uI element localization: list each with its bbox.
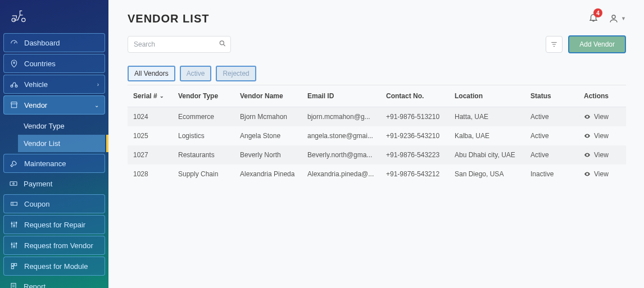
gauge-icon — [10, 38, 19, 47]
doc-icon — [9, 282, 18, 288]
cell-email: Alexandria.pineda@... — [307, 170, 386, 178]
sidebar-item-maintenance[interactable]: Maintenance — [3, 154, 105, 173]
cell-type: Restaurants — [178, 151, 240, 159]
caret-down-icon: ▼ — [621, 16, 626, 21]
col-location: Location — [455, 92, 530, 100]
svg-rect-13 — [11, 263, 13, 266]
sidebar-item-request-module[interactable]: Request for Module — [3, 257, 105, 276]
chevron-right-icon: › — [97, 81, 99, 88]
cell-serial: 1027 — [133, 151, 178, 159]
sidebar-item-report[interactable]: Report — [3, 277, 105, 288]
logo — [0, 0, 108, 31]
cell-email: Beverly.north@gma... — [307, 151, 386, 159]
sliders-icon — [10, 241, 19, 250]
cell-name: Bjorn Mcmahon — [240, 113, 307, 121]
cell-serial: 1028 — [133, 170, 178, 178]
svg-rect-16 — [11, 284, 16, 288]
svg-rect-15 — [11, 267, 13, 269]
search-input[interactable] — [128, 36, 231, 53]
sidebar-item-label: Vehicle — [24, 80, 48, 89]
sidebar-sub-vendor-type[interactable]: Vendor Type — [18, 117, 105, 135]
sidebar: Dashboard Countries Vehicle › Vendor ⌄ V… — [0, 0, 108, 288]
sidebar-item-vendor[interactable]: Vendor ⌄ — [3, 95, 105, 115]
store-icon — [10, 100, 19, 109]
cell-serial: 1024 — [133, 113, 178, 121]
sidebar-item-label: Dashboard — [24, 39, 60, 47]
cell-contact: +91-9236-543210 — [386, 132, 455, 140]
notification-badge: 4 — [593, 8, 602, 17]
user-menu[interactable]: ▼ — [609, 13, 626, 24]
cell-contact: +91-9876-543212 — [386, 170, 455, 178]
sidebar-item-coupon[interactable]: Coupon — [3, 194, 105, 213]
svg-point-6 — [13, 183, 15, 185]
tab-all-vendors[interactable]: All Vendors — [128, 66, 175, 81]
svg-point-18 — [220, 41, 224, 45]
view-button[interactable]: View — [584, 113, 620, 121]
sidebar-nav: Dashboard Countries Vehicle › Vendor ⌄ V… — [0, 31, 108, 288]
svg-point-17 — [612, 15, 615, 19]
sidebar-item-label: Coupon — [24, 200, 50, 208]
wrench-icon — [10, 159, 19, 168]
col-status: Status — [530, 92, 584, 100]
bike-icon — [10, 80, 19, 89]
eye-icon — [584, 171, 591, 177]
add-vendor-button[interactable]: Add Vendor — [568, 35, 626, 53]
eye-icon — [584, 152, 591, 158]
view-button[interactable]: View — [584, 132, 620, 140]
pin-icon — [10, 59, 19, 68]
search-icon — [219, 40, 226, 49]
table-row: 1028 Supply Chain Alexandria Pineda Alex… — [128, 164, 626, 184]
view-button[interactable]: View — [584, 170, 620, 178]
view-button[interactable]: View — [584, 151, 620, 159]
tab-rejected[interactable]: Rejected — [216, 66, 256, 81]
table-row: 1024 Ecommerce Bjorn Mcmahon bjorn.mcmah… — [128, 107, 626, 126]
table-row: 1027 Restaurants Beverly North Beverly.n… — [128, 145, 626, 164]
page-title: VENDOR LIST — [128, 12, 209, 25]
cell-status: Active — [530, 132, 584, 140]
sidebar-item-countries[interactable]: Countries — [3, 54, 105, 73]
search-wrap — [128, 36, 231, 53]
sidebar-item-dashboard[interactable]: Dashboard — [3, 33, 105, 52]
cell-serial: 1025 — [133, 132, 178, 140]
main-content: VENDOR LIST 4 ▼ — [108, 0, 644, 288]
eye-icon — [584, 113, 591, 120]
sidebar-item-label: Report — [24, 282, 46, 289]
topbar: VENDOR LIST 4 ▼ — [128, 12, 626, 25]
cash-icon — [9, 179, 18, 188]
cell-type: Logistics — [178, 132, 240, 140]
sliders-icon — [10, 220, 19, 229]
cell-status: Active — [530, 113, 584, 121]
cell-contact: +91-9876-543223 — [386, 151, 455, 159]
tab-active[interactable]: Active — [180, 66, 212, 81]
cell-location: Kalba, UAE — [455, 132, 530, 140]
cell-status: Inactive — [530, 170, 584, 178]
svg-point-1 — [22, 18, 25, 21]
col-serial[interactable]: Serial #⌄ — [133, 92, 178, 100]
sidebar-item-label: Request for Module — [24, 262, 88, 271]
col-email: Email ID — [307, 92, 386, 100]
cell-location: San Diego, USA — [455, 170, 530, 178]
sidebar-item-request-vendor[interactable]: Request from Vendor — [3, 236, 105, 255]
filter-button[interactable] — [546, 36, 563, 53]
eye-icon — [584, 132, 591, 139]
sidebar-item-payment[interactable]: Payment — [3, 175, 105, 193]
filter-icon — [550, 40, 558, 48]
sidebar-item-request-repair[interactable]: Request for Repair — [3, 215, 105, 234]
right-actions: Add Vendor — [546, 35, 626, 53]
table-row: 1025 Logistics Angela Stone angela.stone… — [128, 126, 626, 145]
cell-email: angela.stone@gmai... — [307, 132, 386, 140]
cell-location: Abu Dhabi city, UAE — [455, 151, 530, 159]
sidebar-item-label: Vendor — [24, 101, 47, 109]
sidebar-item-label: Request for Repair — [24, 221, 85, 229]
cell-type: Supply Chain — [178, 170, 240, 178]
col-contact: Contact No. — [386, 92, 455, 100]
col-vendor-name: Vendor Name — [240, 92, 307, 100]
notifications-button[interactable]: 4 — [588, 12, 598, 24]
sidebar-sub-vendor-list[interactable]: Vendor List — [18, 135, 105, 152]
col-actions: Actions — [584, 92, 620, 100]
cell-name: Angela Stone — [240, 132, 307, 140]
sidebar-item-label: Request from Vendor — [24, 241, 93, 250]
cell-email: bjorn.mcmahon@g... — [307, 113, 386, 121]
sidebar-item-vehicle[interactable]: Vehicle › — [3, 75, 105, 94]
cell-name: Beverly North — [240, 151, 307, 159]
